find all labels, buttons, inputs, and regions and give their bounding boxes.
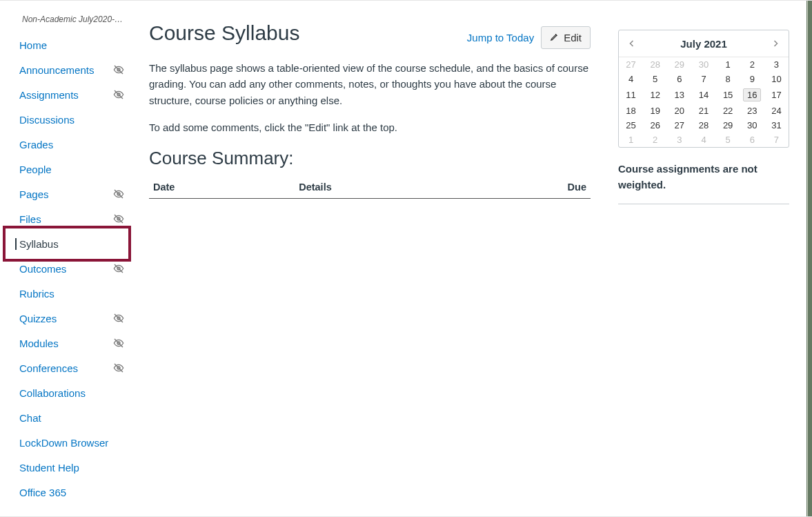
course-nav-list: HomeAnnouncementsAssignmentsDiscussionsG… xyxy=(0,32,131,505)
nav-item-lockdown-browser[interactable]: LockDown Browser xyxy=(0,430,131,455)
calendar-day[interactable]: 29 xyxy=(716,118,740,133)
calendar-day[interactable]: 22 xyxy=(716,104,740,118)
nav-item-home[interactable]: Home xyxy=(0,32,131,57)
breadcrumb[interactable]: Non-Academic July2020-July… xyxy=(0,8,131,28)
calendar-day[interactable]: 29 xyxy=(667,57,691,72)
calendar-day[interactable]: 11 xyxy=(619,86,643,104)
calendar-day[interactable]: 23 xyxy=(740,104,764,118)
calendar-day[interactable]: 2 xyxy=(740,57,764,72)
hidden-eye-icon xyxy=(113,188,124,199)
calendar-day[interactable]: 24 xyxy=(764,104,789,118)
nav-link[interactable]: Home xyxy=(0,39,131,51)
calendar-day[interactable]: 15 xyxy=(716,86,740,104)
syllabus-intro-2: To add some comments, click the "Edit" l… xyxy=(149,119,591,135)
nav-item-announcements[interactable]: Announcements xyxy=(0,57,131,82)
nav-link[interactable]: Modules xyxy=(0,338,113,349)
nav-item-discussions[interactable]: Discussions xyxy=(0,107,131,132)
jump-to-today-link[interactable]: Jump to Today xyxy=(467,32,534,43)
nav-link[interactable]: Collaborations xyxy=(0,387,131,399)
nav-link[interactable]: Assignments xyxy=(0,89,113,101)
nav-item-office-365[interactable]: Office 365 xyxy=(0,480,131,505)
calendar-day[interactable]: 9 xyxy=(740,72,764,86)
calendar-day[interactable]: 3 xyxy=(764,57,789,72)
calendar-day[interactable]: 5 xyxy=(643,72,667,86)
calendar-day[interactable]: 19 xyxy=(643,104,667,118)
calendar-day[interactable]: 5 xyxy=(716,133,740,147)
nav-link[interactable]: Announcements xyxy=(0,64,113,76)
nav-item-conferences[interactable]: Conferences xyxy=(0,355,131,380)
nav-item-assignments[interactable]: Assignments xyxy=(0,82,131,107)
calendar-day[interactable]: 3 xyxy=(667,133,691,147)
hidden-eye-icon xyxy=(113,338,124,349)
nav-item-collaborations[interactable]: Collaborations xyxy=(0,380,131,405)
active-nav-highlight xyxy=(3,226,131,262)
calendar-day[interactable]: 1 xyxy=(716,57,740,72)
calendar-day[interactable]: 30 xyxy=(691,57,715,72)
calendar-next-button[interactable] xyxy=(769,37,782,50)
calendar-day[interactable]: 16 xyxy=(740,86,764,104)
calendar-day[interactable]: 31 xyxy=(764,118,789,133)
calendar-day[interactable]: 7 xyxy=(764,133,789,147)
nav-item-pages[interactable]: Pages xyxy=(0,182,131,206)
calendar-day[interactable]: 10 xyxy=(764,72,789,86)
nav-item-quizzes[interactable]: Quizzes xyxy=(0,306,131,331)
calendar-title: July 2021 xyxy=(680,38,727,50)
syllabus-intro-1: The syllabus page shows a table-oriented… xyxy=(149,60,591,108)
calendar-day[interactable]: 13 xyxy=(667,86,691,104)
nav-link[interactable]: Grades xyxy=(0,139,131,150)
calendar-day[interactable]: 4 xyxy=(619,72,643,86)
hidden-eye-icon xyxy=(113,313,124,324)
course-nav-sidebar: Non-Academic July2020-July… HomeAnnounce… xyxy=(0,1,131,516)
calendar-day[interactable]: 26 xyxy=(643,118,667,133)
nav-link[interactable]: People xyxy=(0,164,131,175)
nav-item-modules[interactable]: Modules xyxy=(0,331,131,355)
nav-item-grades[interactable]: Grades xyxy=(0,132,131,157)
nav-link[interactable]: Office 365 xyxy=(0,487,131,498)
calendar-day[interactable]: 21 xyxy=(691,104,715,118)
pencil-icon xyxy=(550,32,560,43)
calendar-day[interactable]: 20 xyxy=(667,104,691,118)
nav-link[interactable]: Discussions xyxy=(0,114,131,126)
calendar-day[interactable]: 28 xyxy=(643,57,667,72)
nav-link[interactable]: Pages xyxy=(0,188,113,200)
nav-link[interactable]: Rubrics xyxy=(0,288,131,300)
nav-item-chat[interactable]: Chat xyxy=(0,405,131,430)
nav-item-syllabus[interactable]: Syllabus xyxy=(0,231,131,256)
calendar-day[interactable]: 17 xyxy=(764,86,789,104)
calendar-day[interactable]: 4 xyxy=(691,133,715,147)
calendar-day[interactable]: 27 xyxy=(619,57,643,72)
calendar-day[interactable]: 30 xyxy=(740,118,764,133)
nav-item-rubrics[interactable]: Rubrics xyxy=(0,281,131,306)
scrollbar-track[interactable] xyxy=(807,1,812,516)
calendar-day[interactable]: 6 xyxy=(740,133,764,147)
nav-link[interactable]: Outcomes xyxy=(0,263,113,275)
calendar-day[interactable]: 12 xyxy=(643,86,667,104)
calendar-day[interactable]: 18 xyxy=(619,104,643,118)
nav-link[interactable]: Conferences xyxy=(0,362,113,374)
calendar-day[interactable]: 2 xyxy=(643,133,667,147)
calendar-prev-button[interactable] xyxy=(626,37,638,50)
calendar-day[interactable]: 1 xyxy=(619,133,643,147)
nav-link[interactable]: Chat xyxy=(0,412,131,424)
nav-link[interactable]: LockDown Browser xyxy=(0,437,131,449)
nav-item-people[interactable]: People xyxy=(0,157,131,182)
hidden-eye-icon xyxy=(113,213,124,224)
calendar-day[interactable]: 25 xyxy=(619,118,643,133)
edit-button[interactable]: Edit xyxy=(541,26,591,49)
calendar-day[interactable]: 27 xyxy=(667,118,691,133)
calendar-day[interactable]: 6 xyxy=(667,72,691,86)
hidden-eye-icon xyxy=(113,64,124,75)
calendar-day[interactable]: 28 xyxy=(691,118,715,133)
calendar-day[interactable]: 7 xyxy=(691,72,715,86)
calendar-grid: 2728293012345678910111213141516171819202… xyxy=(619,57,789,147)
hidden-eye-icon xyxy=(113,263,124,274)
course-summary-heading: Course Summary: xyxy=(149,148,591,169)
nav-link[interactable]: Student Help xyxy=(0,462,131,474)
calendar-day[interactable]: 8 xyxy=(716,72,740,86)
nav-link[interactable]: Files xyxy=(0,213,113,225)
col-date: Date xyxy=(149,176,295,199)
calendar-day[interactable]: 14 xyxy=(691,86,715,104)
nav-link[interactable]: Quizzes xyxy=(0,313,113,324)
hidden-eye-icon xyxy=(113,362,124,373)
nav-item-student-help[interactable]: Student Help xyxy=(0,455,131,480)
